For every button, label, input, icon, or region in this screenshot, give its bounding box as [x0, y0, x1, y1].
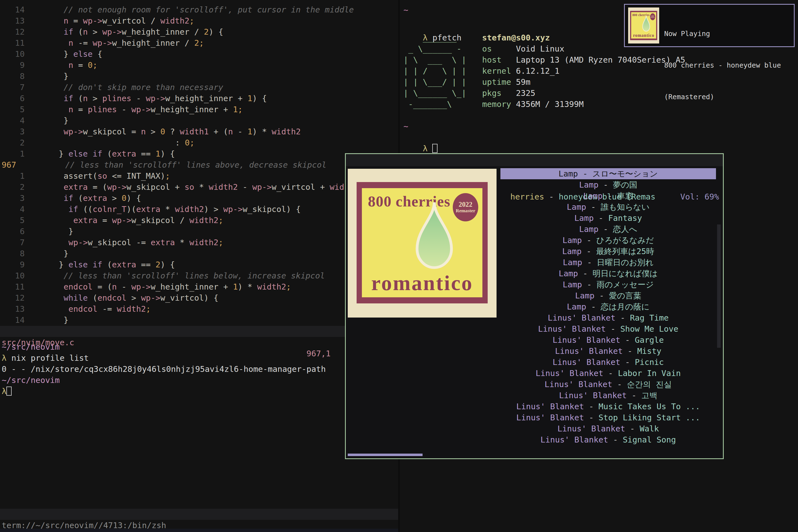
track-row[interactable]: Linus' Blanket - Misty: [500, 345, 716, 357]
track-row[interactable]: Lamp - 明日になれば僕は: [500, 268, 716, 279]
code-line[interactable]: 11endcol = (n - wp->w_height_inner + 1) …: [0, 281, 398, 292]
line-number: 9: [0, 60, 25, 71]
line-number: 11: [0, 281, 25, 292]
desktop: 14// not enough room for 'scrolloff', pu…: [0, 0, 798, 532]
code-line[interactable]: 10} else {: [0, 49, 398, 60]
cwd-path: ~: [403, 121, 408, 132]
code-line[interactable]: 9n = 0;: [0, 60, 398, 71]
code-line[interactable]: 4if ((colnr_T)(extra * width2) > wp->w_s…: [0, 204, 398, 215]
code-line[interactable]: 7wp->w_skipcol -= extra * width2;: [0, 237, 398, 248]
embedded-terminal[interactable]: ~/src/neovim λnix profile list 0 - - /ni…: [2, 341, 326, 397]
line-number: 11: [0, 37, 25, 49]
code-line[interactable]: 12if (n > wp->w_height_inner / 2) {: [0, 26, 398, 37]
code-line[interactable]: 11n -= wp->w_height_inner / 2;: [0, 37, 398, 49]
track-progress-bar[interactable]: [348, 454, 422, 456]
track-row[interactable]: Linus' Blanket - 고백: [500, 390, 716, 401]
track-row[interactable]: Lamp - 雨のメッセージ: [500, 279, 716, 290]
track-row[interactable]: Linus' Blanket - Walk: [500, 423, 716, 434]
line-number: 2: [0, 182, 25, 193]
code-line[interactable]: 3if (extra > 0) {: [0, 193, 398, 204]
track-row[interactable]: Linus' Blanket - Stop Liking Start ...: [500, 412, 716, 423]
line-number: 10: [0, 270, 25, 281]
code-line[interactable]: 1} else if (extra == 1) {: [0, 148, 398, 159]
code-line[interactable]: 8}: [0, 248, 398, 259]
code-line[interactable]: 12while (endcol > wp->w_virtcol) {: [0, 292, 398, 303]
now-playing-notification[interactable]: 800 cherries 2022 Remaster: [624, 4, 795, 47]
music-player-window[interactable]: [Playing] herries - honeydew blue (Remas…: [345, 153, 724, 459]
shell-prompt: λ: [2, 353, 6, 363]
line-number: 8: [0, 248, 25, 259]
line-number: 12: [0, 292, 25, 303]
line-number: 1: [0, 170, 25, 182]
track-row[interactable]: Lamp - Fantasy: [500, 212, 716, 224]
album-title-text: romantico: [631, 33, 657, 38]
line-number: 13: [0, 303, 25, 315]
track-row[interactable]: Lamp - 日曜日のお別れ: [500, 257, 716, 268]
line-number: 1: [0, 148, 25, 159]
track-row[interactable]: Linus' Blanket - Show Me Love: [500, 323, 716, 335]
terminal-cursor[interactable]: [6, 386, 12, 396]
cwd-path: ~/src/neovim: [2, 376, 60, 385]
line-number: 4: [0, 204, 25, 215]
code-line[interactable]: 3wp->w_skipcol = n > 0 ? width1 + (n - 1…: [0, 126, 398, 137]
pfetch-row: kernel6.12.12_1: [482, 65, 685, 76]
command-output: 0 - - /nix/store/cq3cx86h28j0y46ls0nhjzj…: [2, 364, 326, 374]
track-row[interactable]: Linus' Blanket - Rag Time: [500, 312, 716, 323]
track-row[interactable]: Lamp - 誰も知らない: [500, 202, 716, 212]
code-line[interactable]: 14// not enough room for 'scrolloff', pu…: [0, 4, 398, 15]
line-number: 3: [0, 126, 25, 137]
code-line[interactable]: 5extra = wp->w_skipcol / width2;: [0, 215, 398, 226]
line-number: 6: [0, 226, 25, 237]
notification-song: 800 cherries - honeydew blue: [664, 60, 781, 71]
track-row[interactable]: Linus' Blanket - Signal Song: [500, 434, 716, 445]
shell-prompt: λ: [2, 386, 6, 396]
track-row[interactable]: Linus' Blanket - Gargle: [500, 335, 716, 345]
terminal-statusline: term://~/src/neovim//4713:/bin/zsh 14,3-…: [0, 509, 398, 520]
track-row[interactable]: Lamp - 夢の国: [500, 179, 716, 190]
track-row[interactable]: Linus' Blanket - Picnic: [500, 357, 716, 368]
player-header: [Playing] herries - honeydew blue (Remas…: [346, 154, 723, 166]
code-line[interactable]: 6}: [0, 226, 398, 237]
track-row[interactable]: Lamp - 恋は月の蔭に: [500, 301, 716, 312]
line-number: 6: [0, 93, 25, 104]
album-frame: 800 cherries 2022 Remaster romantico: [357, 182, 488, 303]
code-line[interactable]: 7// don't skip more than necessary: [0, 82, 398, 93]
track-row[interactable]: Lamp - 最終列車は25時: [500, 246, 716, 257]
track-row[interactable]: Lamp - 愛の言葉: [500, 290, 716, 301]
code-line[interactable]: 10// less than 'scrolloff' lines below, …: [0, 270, 398, 281]
track-row[interactable]: Lamp - ひろがるなみだ: [500, 235, 716, 246]
pfetch-row: uptime59m: [482, 76, 685, 88]
code-line[interactable]: 5n = plines - wp->w_height_inner + 1;: [0, 104, 398, 115]
cwd-path: ~: [403, 4, 408, 16]
playlist-scrollbar[interactable]: [717, 225, 721, 348]
code-line[interactable]: 9} else if (extra == 2) {: [0, 259, 398, 270]
line-number: 8: [0, 71, 25, 82]
teardrop-icon: [409, 200, 460, 272]
album-art: 800 cherries 2022 Remaster romantico: [348, 169, 496, 318]
code-line[interactable]: 967// less than 'scrolloff' lines above,…: [0, 159, 398, 170]
track-row[interactable]: Lamp - 恋人へ: [500, 224, 716, 235]
track-row[interactable]: Lamp - スロ〜モ〜ション: [500, 168, 716, 179]
terminal-cursor[interactable]: [432, 144, 438, 153]
code-line[interactable]: 13endcol -= width2;: [0, 303, 398, 315]
shell-prompt: λ: [423, 144, 428, 153]
track-row[interactable]: Linus' Blanket - Labor In Vain: [500, 368, 716, 379]
code-line[interactable]: 14}: [0, 315, 398, 326]
code-line[interactable]: 8}: [0, 71, 398, 82]
code-line[interactable]: 1assert(so <= INT_MAX);: [0, 170, 398, 182]
line-number: 14: [0, 315, 25, 326]
code-buffer[interactable]: 14// not enough room for 'scrolloff', pu…: [0, 4, 398, 326]
code-line[interactable]: 2: 0;: [0, 137, 398, 148]
code-line[interactable]: 4}: [0, 115, 398, 126]
code-line[interactable]: 2extra = (wp->w_skipcol + so * width2 - …: [0, 182, 398, 193]
line-number: 2: [0, 137, 25, 148]
track-row[interactable]: Lamp - 車窓: [500, 190, 716, 202]
pfetch-info: osVoid LinuxhostLaptop 13 (AMD Ryzen 704…: [482, 43, 685, 110]
code-line[interactable]: 13n = wp->w_virtcol / width2;: [0, 15, 398, 26]
track-row[interactable]: Linus' Blanket - Music Takes Us To ...: [500, 401, 716, 412]
track-row[interactable]: Linus' Blanket - 순간의 진실: [500, 379, 716, 390]
notification-detail: (Remastered): [664, 92, 781, 102]
code-line[interactable]: 6if (n > plines - wp->w_height_inner + 1…: [0, 93, 398, 104]
pfetch-row: memory4356M / 31399M: [482, 99, 685, 110]
line-number: 7: [0, 82, 25, 93]
